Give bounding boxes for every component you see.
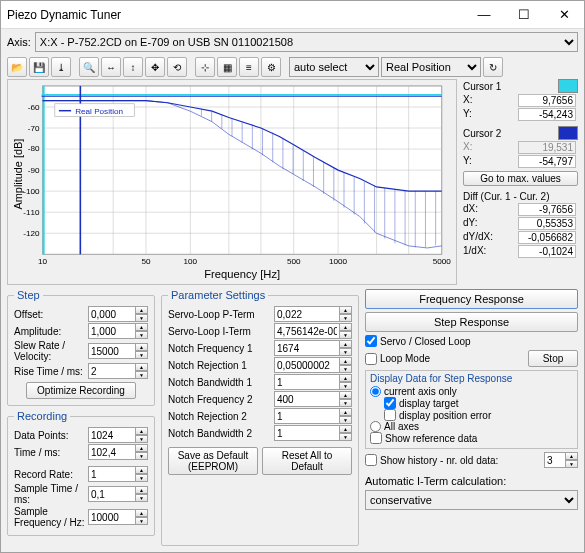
auto-iterm-select[interactable]: conservative (365, 490, 578, 510)
parameter-group: Parameter Settings Servo-Loop P-Term ▲▼ … (161, 289, 359, 546)
svg-text:-90: -90 (28, 166, 40, 175)
svg-text:-70: -70 (28, 124, 40, 133)
svg-text:Frequency [Hz]: Frequency [Hz] (204, 268, 280, 280)
history-count-input[interactable] (544, 452, 566, 468)
svg-text:-60: -60 (28, 103, 40, 112)
cursor1-swatch[interactable] (558, 79, 578, 93)
notchrej2-input[interactable] (274, 408, 340, 424)
window-title: Piezo Dynamic Tuner (7, 8, 121, 22)
diff-invdx: -0,1024 (518, 245, 576, 258)
servo-checkbox[interactable] (365, 335, 377, 347)
toolbar: 📂 💾 ⤓ 🔍 ↔ ↕ ✥ ⟲ ⊹ ▦ ≡ ⚙ auto select Real… (1, 55, 584, 79)
samplefreq-input[interactable] (88, 509, 136, 525)
notchfreq1-input[interactable] (274, 340, 340, 356)
svg-text:-100: -100 (23, 187, 40, 196)
toolbar-save-icon[interactable]: 💾 (29, 57, 49, 77)
axis-select[interactable]: X:X - P-752.2CD on E-709 on USB SN 01100… (35, 32, 578, 52)
toolbar-zoom-in-icon[interactable]: 🔍 (79, 57, 99, 77)
toolbar-legend-icon[interactable]: ≡ (239, 57, 259, 77)
diff-dx: -9,7656 (518, 203, 576, 216)
svg-text:10: 10 (38, 257, 48, 266)
toolbar-trace-combo[interactable]: Real Position (381, 57, 481, 77)
stop-button[interactable]: Stop (528, 350, 578, 367)
toolbar-pan-icon[interactable]: ✥ (145, 57, 165, 77)
offset-input[interactable] (88, 306, 136, 322)
show-reference-checkbox[interactable] (370, 432, 382, 444)
svg-text:1000: 1000 (329, 257, 348, 266)
close-button[interactable]: ✕ (544, 1, 584, 28)
save-default-button[interactable]: Save as Default (EEPROM) (168, 447, 258, 475)
toolbar-cursor-icon[interactable]: ⊹ (195, 57, 215, 77)
svg-text:-120: -120 (23, 230, 40, 239)
notchrej1-input[interactable] (274, 357, 340, 373)
toolbar-config-icon[interactable]: ⚙ (261, 57, 281, 77)
diff-dy: 0,55353 (518, 217, 576, 230)
minimize-button[interactable]: — (464, 1, 504, 28)
optimize-recording-button[interactable]: Optimize Recording (26, 382, 136, 399)
notchbw2-input[interactable] (274, 425, 340, 441)
svg-text:Real Position: Real Position (75, 107, 123, 116)
cursor2-swatch[interactable] (558, 126, 578, 140)
display-target-checkbox[interactable] (384, 397, 396, 409)
toolbar-zoom-y-icon[interactable]: ↕ (123, 57, 143, 77)
svg-text:-110: -110 (23, 208, 40, 217)
titlebar: Piezo Dynamic Tuner — ☐ ✕ (1, 1, 584, 29)
svg-text:100: 100 (184, 257, 198, 266)
svg-text:Amplitude [dB]: Amplitude [dB] (12, 139, 24, 210)
show-history-checkbox[interactable] (365, 454, 377, 466)
step-group: Step Offset: ▲▼ Amplitude: ▲▼ Slew Rate … (7, 289, 155, 406)
cursor2-x: 19,531 (518, 141, 576, 154)
cursor-panel: Cursor 1 X:9,7656 Y:-54,243 Cursor 2 X:1… (463, 79, 578, 285)
maximize-button[interactable]: ☐ (504, 1, 544, 28)
reset-default-button[interactable]: Reset All to Default (262, 447, 352, 475)
toolbar-refresh-icon[interactable]: ↻ (483, 57, 503, 77)
display-error-checkbox[interactable] (384, 409, 396, 421)
frequency-response-button[interactable]: Frequency Response (365, 289, 578, 309)
cursor2-y[interactable]: -54,797 (518, 155, 576, 168)
toolbar-open-icon[interactable]: 📂 (7, 57, 27, 77)
svg-text:5000: 5000 (433, 257, 452, 266)
toolbar-autoselect-combo[interactable]: auto select (289, 57, 379, 77)
sampletime-input[interactable] (88, 486, 136, 502)
toolbar-zoom-x-icon[interactable]: ↔ (101, 57, 121, 77)
pterm-input[interactable] (274, 306, 340, 322)
toolbar-reset-zoom-icon[interactable]: ⟲ (167, 57, 187, 77)
display-data-group: Display Data for Step Response current a… (365, 370, 578, 449)
recordrate-input[interactable] (88, 466, 136, 482)
current-axis-radio[interactable] (370, 386, 381, 397)
cursor2-title: Cursor 2 (463, 128, 501, 139)
axis-label: Axis: (7, 36, 31, 48)
step-response-button[interactable]: Step Response (365, 312, 578, 332)
amplitude-input[interactable] (88, 323, 136, 339)
spin-up-icon[interactable]: ▲ (136, 306, 148, 314)
cursor1-y[interactable]: -54,243 (518, 108, 576, 121)
cursor1-x[interactable]: 9,7656 (518, 94, 576, 107)
spin-down-icon[interactable]: ▼ (136, 314, 148, 322)
iterm-input[interactable] (274, 323, 340, 339)
diff-title: Diff (Cur. 1 - Cur. 2) (463, 191, 578, 202)
notchbw1-input[interactable] (274, 374, 340, 390)
svg-text:50: 50 (141, 257, 151, 266)
recording-group: Recording Data Points: ▲▼ Time / ms: ▲▼ … (7, 410, 155, 536)
loop-checkbox[interactable] (365, 353, 377, 365)
notchfreq2-input[interactable] (274, 391, 340, 407)
toolbar-grid-icon[interactable]: ▦ (217, 57, 237, 77)
time-input[interactable] (88, 444, 136, 460)
all-axes-radio[interactable] (370, 421, 381, 432)
bode-plot[interactable]: Real Position (7, 79, 457, 285)
go-max-button[interactable]: Go to max. values (463, 171, 578, 186)
cursor1-title: Cursor 1 (463, 81, 501, 92)
diff-dydx: -0,056682 (518, 231, 576, 244)
toolbar-export-icon[interactable]: ⤓ (51, 57, 71, 77)
svg-text:500: 500 (287, 257, 301, 266)
risetime-input[interactable] (88, 363, 136, 379)
auto-iterm-label: Automatic I-Term calculation: (365, 475, 578, 487)
svg-text:-80: -80 (28, 144, 40, 153)
datapoints-input[interactable] (88, 427, 136, 443)
slewrate-input[interactable] (88, 343, 136, 359)
